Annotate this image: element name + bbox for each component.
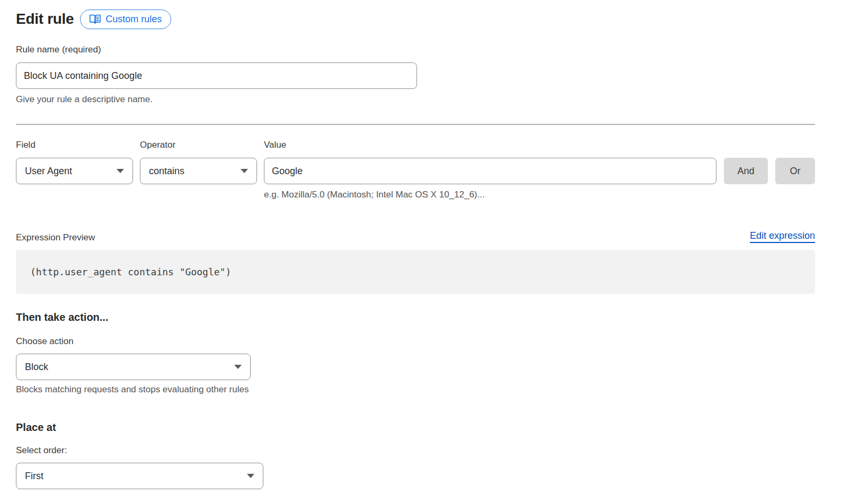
operator-column: Operator contains	[140, 140, 257, 184]
section-divider	[16, 124, 815, 125]
operator-label: Operator	[140, 140, 257, 150]
rule-name-helper: Give your rule a descriptive name.	[16, 94, 815, 105]
action-section-heading: Then take action...	[16, 311, 815, 323]
field-select[interactable]: User Agent	[16, 158, 133, 184]
or-button[interactable]: Or	[775, 158, 815, 184]
custom-rules-docs-label: Custom rules	[105, 14, 162, 25]
connector-buttons: And Or	[724, 140, 815, 184]
value-input[interactable]	[264, 158, 716, 184]
page-header: Edit rule Custom rules	[16, 8, 815, 30]
and-button[interactable]: And	[724, 158, 768, 184]
expression-preview-code: (http.user_agent contains "Google")	[16, 250, 815, 294]
field-label: Field	[16, 140, 133, 150]
caret-down-icon	[234, 365, 242, 369]
field-column: Field User Agent	[16, 140, 133, 184]
action-select[interactable]: Block	[16, 354, 251, 380]
expression-preview-header: Expression Preview Edit expression	[16, 230, 815, 243]
select-order-label: Select order:	[16, 445, 815, 456]
operator-select[interactable]: contains	[140, 158, 257, 184]
operator-select-value: contains	[149, 166, 184, 177]
expression-builder-row: Field User Agent Operator contains Value…	[16, 140, 815, 200]
rule-name-label: Rule name (required)	[16, 44, 815, 55]
caret-down-icon	[247, 474, 254, 478]
book-open-icon	[90, 14, 101, 24]
value-helper: e.g. Mozilla/5.0 (Macintosh; Intel Mac O…	[264, 190, 716, 200]
edit-expression-link[interactable]: Edit expression	[750, 230, 815, 243]
edit-rule-page: Edit rule Custom rules Rule name (requir…	[0, 0, 815, 489]
choose-action-label: Choose action	[16, 336, 815, 347]
action-helper: Blocks matching requests and stops evalu…	[16, 384, 815, 395]
caret-down-icon	[241, 169, 248, 173]
expression-preview-label: Expression Preview	[16, 232, 95, 243]
order-select[interactable]: First	[16, 463, 263, 489]
page-title: Edit rule	[16, 11, 74, 28]
custom-rules-docs-button[interactable]: Custom rules	[80, 10, 171, 29]
value-column: Value e.g. Mozilla/5.0 (Macintosh; Intel…	[264, 140, 716, 200]
order-select-value: First	[25, 471, 43, 482]
rule-name-section: Rule name (required) Give your rule a de…	[16, 44, 815, 105]
place-at-heading: Place at	[16, 421, 815, 434]
caret-down-icon	[117, 169, 124, 173]
rule-name-input[interactable]	[16, 62, 417, 89]
value-label: Value	[264, 140, 716, 150]
action-select-value: Block	[25, 362, 48, 373]
field-select-value: User Agent	[25, 166, 72, 177]
